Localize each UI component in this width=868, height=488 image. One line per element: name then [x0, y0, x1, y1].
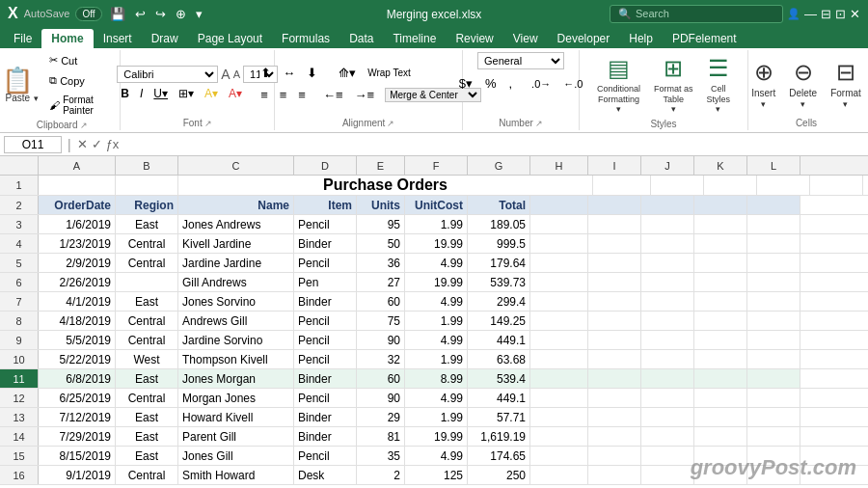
insert-function-icon[interactable]: ƒx	[106, 137, 120, 151]
list-item[interactable]	[694, 312, 747, 330]
list-item[interactable]: Pencil	[294, 350, 357, 368]
list-item[interactable]: 29	[357, 408, 405, 426]
angle-text-button[interactable]: ⟰▾	[334, 63, 361, 83]
number-format-select[interactable]: General	[477, 52, 564, 69]
insert-button[interactable]: ⊕ Insert ▾	[746, 56, 780, 112]
search-box[interactable]: 🔍	[610, 5, 783, 23]
list-item[interactable]: Central	[116, 466, 178, 484]
list-item[interactable]	[694, 427, 747, 446]
list-item[interactable]	[641, 369, 694, 388]
list-item[interactable]	[530, 196, 588, 214]
list-item[interactable]: Region	[116, 196, 178, 214]
align-middle-button[interactable]: ↔	[278, 63, 300, 83]
list-item[interactable]	[641, 196, 694, 214]
list-item[interactable]	[530, 447, 588, 465]
align-right-button[interactable]: ≡	[293, 85, 311, 105]
list-item[interactable]: 57.71	[468, 408, 530, 426]
list-item[interactable]	[530, 408, 588, 426]
col-header-i[interactable]: I	[588, 156, 641, 175]
list-item[interactable]	[588, 389, 641, 407]
format-table-dropdown[interactable]: ▾	[671, 104, 676, 114]
list-item[interactable]: Jardine Jardine	[178, 254, 294, 272]
format-button[interactable]: ⊟ Format ▾	[826, 56, 866, 112]
list-item[interactable]	[588, 369, 641, 388]
tab-pdfelement[interactable]: PDFelement	[663, 29, 746, 48]
font-expand-icon[interactable]: ↗	[204, 119, 212, 128]
list-item[interactable]: Desk	[294, 466, 357, 484]
list-item[interactable]	[747, 447, 800, 465]
list-item[interactable]: 7/29/2019	[39, 427, 116, 446]
col-header-d[interactable]: D	[294, 156, 357, 175]
list-item[interactable]	[747, 215, 800, 233]
alignment-expand-icon[interactable]: ↗	[387, 119, 394, 128]
list-item[interactable]	[694, 331, 747, 349]
list-item[interactable]	[641, 447, 694, 465]
row-number[interactable]: 13	[0, 408, 39, 426]
row-number[interactable]: 14	[0, 427, 39, 446]
list-item[interactable]	[694, 292, 747, 311]
col-header-e[interactable]: E	[357, 156, 405, 175]
list-item[interactable]: 81	[357, 427, 405, 446]
list-item[interactable]: East	[116, 215, 178, 233]
col-header-k[interactable]: K	[694, 156, 747, 175]
list-item[interactable]: 299.4	[468, 292, 530, 311]
list-item[interactable]	[530, 215, 588, 233]
list-item[interactable]: Pencil	[294, 389, 357, 407]
list-item[interactable]: Andrews Gill	[178, 312, 294, 330]
list-item[interactable]: 19.99	[405, 234, 468, 253]
col-header-c[interactable]: C	[178, 156, 294, 175]
col-header-f[interactable]: F	[405, 156, 468, 175]
list-item[interactable]	[747, 369, 800, 388]
formula-input[interactable]	[124, 137, 864, 152]
align-center-button[interactable]: ≡	[275, 85, 292, 105]
list-item[interactable]: Central	[116, 254, 178, 272]
tab-data[interactable]: Data	[339, 29, 383, 48]
list-item[interactable]: Central	[116, 234, 178, 253]
list-item[interactable]	[747, 350, 800, 368]
cell-styles-dropdown[interactable]: ▾	[716, 104, 720, 114]
save-icon[interactable]: 💾	[108, 7, 127, 21]
list-item[interactable]: 19.99	[405, 273, 468, 291]
list-item[interactable]: 2	[357, 466, 405, 484]
list-item[interactable]	[641, 215, 694, 233]
list-item[interactable]	[641, 273, 694, 291]
list-item[interactable]: 63.68	[468, 350, 530, 368]
list-item[interactable]	[694, 215, 747, 233]
list-item[interactable]: 4.99	[405, 447, 468, 465]
copy-button[interactable]: ⧉Copy	[45, 72, 124, 89]
list-item[interactable]	[747, 427, 800, 446]
list-item[interactable]	[694, 447, 747, 465]
list-item[interactable]	[747, 466, 800, 484]
list-item[interactable]: 4.99	[405, 389, 468, 407]
list-item[interactable]	[810, 176, 863, 195]
list-item[interactable]: Jones Gill	[178, 447, 294, 465]
list-item[interactable]: Name	[178, 196, 294, 214]
list-item[interactable]: 449.1	[468, 331, 530, 349]
maximize-icon[interactable]: ⊡	[835, 7, 846, 21]
font-color-button[interactable]: A▾	[225, 85, 246, 102]
cell-styles-button[interactable]: ☰ CellStyles ▾	[702, 52, 736, 117]
insert-dropdown[interactable]: ▾	[761, 99, 766, 109]
list-item[interactable]	[641, 292, 694, 311]
list-item[interactable]	[694, 350, 747, 368]
list-item[interactable]: 8/15/2019	[39, 447, 116, 465]
delete-dropdown[interactable]: ▾	[800, 99, 805, 109]
list-item[interactable]: Parent Gill	[178, 427, 294, 446]
list-item[interactable]	[530, 350, 588, 368]
row-number[interactable]: 12	[0, 389, 39, 407]
align-left-button[interactable]: ≡	[256, 85, 273, 105]
list-item[interactable]	[747, 408, 800, 426]
col-header-j[interactable]: J	[641, 156, 694, 175]
increase-decimal-button[interactable]: .0→	[527, 75, 556, 93]
currency-button[interactable]: $▾	[454, 73, 477, 94]
list-item[interactable]	[588, 312, 641, 330]
list-item[interactable]	[747, 312, 800, 330]
list-item[interactable]: Total	[468, 196, 530, 214]
list-item[interactable]	[530, 234, 588, 253]
list-item[interactable]: 1/6/2019	[39, 215, 116, 233]
quick-access-icon[interactable]: ⊕	[174, 7, 188, 21]
list-item[interactable]	[641, 234, 694, 253]
row-number[interactable]: 9	[0, 331, 39, 349]
list-item[interactable]	[641, 331, 694, 349]
list-item[interactable]: 174.65	[468, 447, 530, 465]
